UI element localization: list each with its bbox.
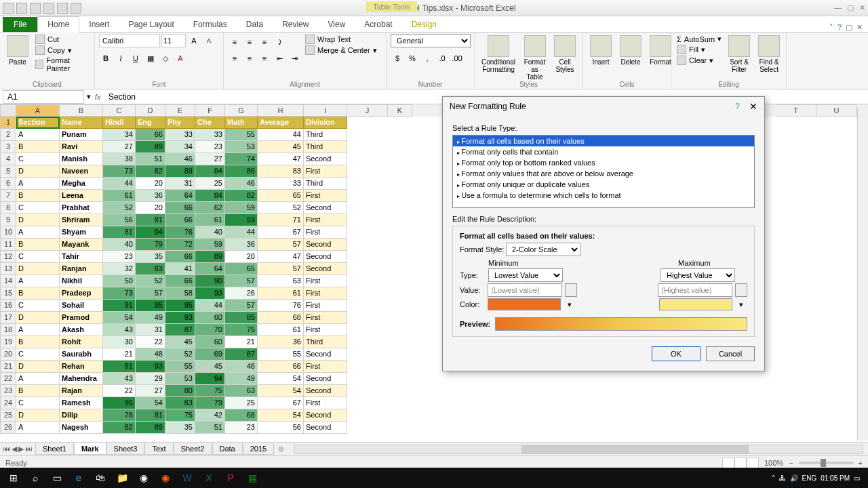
cell[interactable]: 44 — [225, 226, 258, 239]
help-icon[interactable]: ? — [837, 23, 842, 32]
find-select-button[interactable]: Find & Select — [755, 34, 783, 75]
column-header[interactable]: H — [258, 104, 304, 117]
cell[interactable]: 89 — [136, 422, 165, 434]
cell[interactable]: Third — [304, 129, 347, 141]
cell[interactable]: 25 — [225, 397, 258, 409]
cell[interactable]: 20 — [225, 251, 258, 263]
row-header[interactable]: 10 — [0, 226, 16, 239]
conditional-formatting-button[interactable]: Conditional Formatting — [479, 34, 518, 75]
cell[interactable]: 64 — [165, 190, 195, 202]
sheet-tab[interactable]: Sheet3 — [106, 443, 145, 455]
cell[interactable]: Second — [304, 263, 347, 275]
cell[interactable]: 35 — [136, 251, 165, 263]
cell[interactable]: 62 — [195, 202, 225, 214]
cell[interactable]: 82 — [136, 165, 165, 178]
row-header[interactable]: 14 — [0, 275, 16, 287]
cell[interactable]: First — [304, 287, 347, 300]
cell[interactable]: 20 — [136, 178, 165, 190]
cell[interactable]: 22 — [103, 385, 136, 397]
cell[interactable]: Manish — [60, 153, 103, 165]
cell[interactable]: Rehan — [60, 361, 103, 373]
cell[interactable]: 57 — [258, 263, 304, 275]
word-icon[interactable]: W — [178, 470, 197, 486]
tab-design[interactable]: Design — [402, 17, 446, 32]
cell[interactable]: Sohail — [60, 300, 103, 312]
sheet-tab[interactable]: Sheet1 — [35, 443, 74, 455]
cell[interactable]: Second — [304, 409, 347, 422]
cell[interactable]: Mayank — [60, 239, 103, 251]
cell[interactable]: 79 — [136, 239, 165, 251]
vertical-scrollbar[interactable] — [857, 108, 868, 441]
italic-button[interactable]: I — [114, 52, 127, 65]
fill-button[interactable]: Fill ▾ — [675, 44, 723, 55]
align-top-icon[interactable]: ≡ — [228, 35, 241, 49]
column-header[interactable]: I — [304, 104, 347, 117]
prev-sheet-icon[interactable]: ◀ — [12, 445, 17, 453]
cell[interactable]: Shriram — [60, 214, 103, 226]
cell[interactable]: First — [304, 300, 347, 312]
cell[interactable]: Ramesh — [60, 397, 103, 409]
cell[interactable]: 57 — [258, 239, 304, 251]
cell[interactable]: 83 — [165, 397, 195, 409]
cell[interactable]: 69 — [195, 348, 225, 361]
cell[interactable]: 23 — [103, 251, 136, 263]
orientation-icon[interactable]: ⤸ — [273, 35, 286, 49]
border-button[interactable]: ▦ — [144, 52, 157, 65]
tab-review[interactable]: Review — [273, 17, 318, 32]
cell[interactable]: B — [16, 141, 60, 153]
ref-icon[interactable] — [565, 283, 577, 297]
table-header-cell[interactable]: Hindi — [103, 117, 136, 129]
cell[interactable]: Shyam — [60, 226, 103, 239]
decrease-decimal-icon[interactable]: .00 — [450, 52, 464, 65]
rule-type-item[interactable]: Format only unique or duplicate values — [453, 179, 754, 190]
format-style-select[interactable]: 2-Color Scale — [506, 243, 580, 256]
align-bottom-icon[interactable]: ≡ — [258, 35, 271, 49]
cell[interactable]: 46 — [225, 178, 258, 190]
wrap-text-button[interactable]: Wrap Text — [304, 34, 378, 45]
format-painter-button[interactable]: Format Painter — [34, 56, 90, 73]
cell[interactable]: 78 — [103, 409, 136, 422]
cell[interactable]: 50 — [103, 275, 136, 287]
cell[interactable]: First — [304, 165, 347, 178]
tab-page-layout[interactable]: Page Layout — [119, 17, 183, 32]
cell[interactable]: 54 — [136, 397, 165, 409]
format-cells-button[interactable]: Format — [647, 34, 674, 67]
tab-home[interactable]: Home — [37, 16, 79, 33]
cell[interactable]: 46 — [165, 153, 195, 165]
rule-type-item[interactable]: Format all cells based on their values — [453, 136, 754, 146]
cell[interactable]: Second — [304, 348, 347, 361]
ok-button[interactable]: OK — [652, 346, 701, 361]
cell[interactable]: 21 — [225, 336, 258, 348]
name-box[interactable] — [3, 90, 84, 104]
cell[interactable]: 68 — [258, 312, 304, 324]
cell[interactable]: Rajan — [60, 385, 103, 397]
cell[interactable]: Megha — [60, 178, 103, 190]
cell[interactable]: 85 — [225, 312, 258, 324]
cell[interactable]: 83 — [258, 165, 304, 178]
percent-icon[interactable]: % — [406, 52, 419, 65]
cell[interactable]: 60 — [195, 312, 225, 324]
column-header[interactable]: A — [16, 104, 60, 117]
cell[interactable]: 66 — [136, 129, 165, 141]
start-icon[interactable]: ⊞ — [4, 470, 23, 486]
cell[interactable]: 43 — [103, 373, 136, 385]
cell[interactable]: 76 — [165, 226, 195, 239]
font-name-select[interactable] — [99, 34, 160, 47]
cell[interactable]: 42 — [195, 409, 225, 422]
cell[interactable]: 79 — [195, 397, 225, 409]
cell[interactable]: A — [16, 373, 60, 385]
copy-button[interactable]: Copy ▾ — [34, 45, 90, 56]
cell[interactable]: 70 — [195, 324, 225, 336]
cell[interactable]: Third — [304, 141, 347, 153]
format-as-table-button[interactable]: Format as Table — [521, 34, 549, 82]
currency-icon[interactable]: $ — [391, 52, 404, 65]
cell[interactable]: 52 — [165, 348, 195, 361]
column-header[interactable]: D — [136, 104, 165, 117]
cell[interactable]: First — [304, 226, 347, 239]
cell[interactable]: B — [16, 239, 60, 251]
tray-up-icon[interactable]: ˄ — [772, 474, 775, 482]
tab-view[interactable]: View — [319, 17, 355, 32]
cell[interactable]: 45 — [258, 141, 304, 153]
cell[interactable]: First — [304, 214, 347, 226]
bold-button[interactable]: B — [99, 52, 113, 65]
